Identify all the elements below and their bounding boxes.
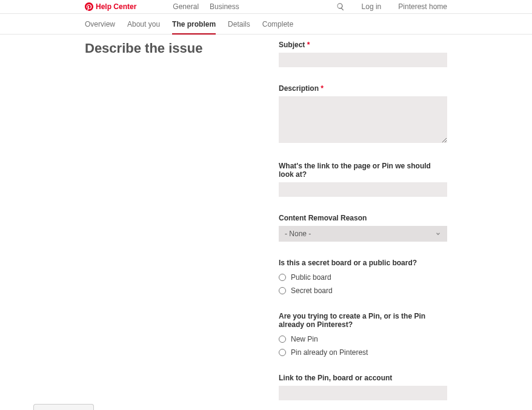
- logo-text: Help Center: [96, 2, 136, 11]
- page-title: Describe the issue: [85, 41, 261, 56]
- radio-public-board[interactable]: [279, 274, 286, 281]
- radio-row-public[interactable]: Public board: [279, 273, 447, 282]
- removal-reason-select[interactable]: - None -: [279, 226, 447, 242]
- tab-the-problem[interactable]: The problem: [172, 14, 216, 35]
- removal-reason-value: - None -: [285, 230, 311, 238]
- login-link[interactable]: Log in: [362, 2, 382, 11]
- radio-new-pin-label: New Pin: [291, 335, 318, 343]
- nav-business[interactable]: Business: [210, 2, 239, 11]
- radio-row-existing-pin[interactable]: Pin already on Pinterest: [279, 348, 447, 357]
- radio-public-label: Public board: [291, 273, 331, 282]
- tab-overview[interactable]: Overview: [85, 14, 115, 35]
- tab-about-you[interactable]: About you: [127, 14, 160, 35]
- radio-existing-pin-label: Pin already on Pinterest: [291, 348, 368, 357]
- logo[interactable]: Help Center: [85, 2, 136, 11]
- pinterest-icon: [85, 2, 93, 11]
- tabs-bar: Overview About you The problem Details C…: [0, 14, 532, 35]
- radio-secret-board[interactable]: [279, 287, 286, 294]
- nav-general[interactable]: General: [173, 2, 199, 11]
- tab-complete[interactable]: Complete: [262, 14, 293, 35]
- search-icon[interactable]: [336, 2, 345, 11]
- chevron-down-icon: [435, 231, 441, 237]
- radio-existing-pin[interactable]: [279, 349, 286, 356]
- link-page-label: What's the link to the page or Pin we sh…: [279, 162, 447, 179]
- board-type-label: Is this a secret board or a public board…: [279, 259, 447, 267]
- radio-row-new-pin[interactable]: New Pin: [279, 335, 447, 343]
- home-link[interactable]: Pinterest home: [398, 2, 447, 11]
- feedback-widget[interactable]: [33, 404, 94, 410]
- link-pin-input[interactable]: [279, 386, 447, 400]
- tab-details[interactable]: Details: [228, 14, 250, 35]
- top-header: Help Center General Business Log in Pint…: [0, 0, 532, 14]
- description-label: Description *: [279, 84, 447, 93]
- radio-row-secret[interactable]: Secret board: [279, 286, 447, 295]
- radio-new-pin[interactable]: [279, 336, 286, 343]
- link-pin-label: Link to the Pin, board or account: [279, 374, 447, 382]
- pin-status-label: Are you trying to create a Pin, or is th…: [279, 312, 447, 329]
- subject-label: Subject *: [279, 41, 447, 49]
- radio-secret-label: Secret board: [291, 286, 333, 295]
- removal-reason-label: Content Removal Reason: [279, 214, 447, 222]
- link-page-input[interactable]: [279, 182, 447, 197]
- subject-input[interactable]: [279, 53, 447, 67]
- description-textarea[interactable]: [279, 96, 447, 143]
